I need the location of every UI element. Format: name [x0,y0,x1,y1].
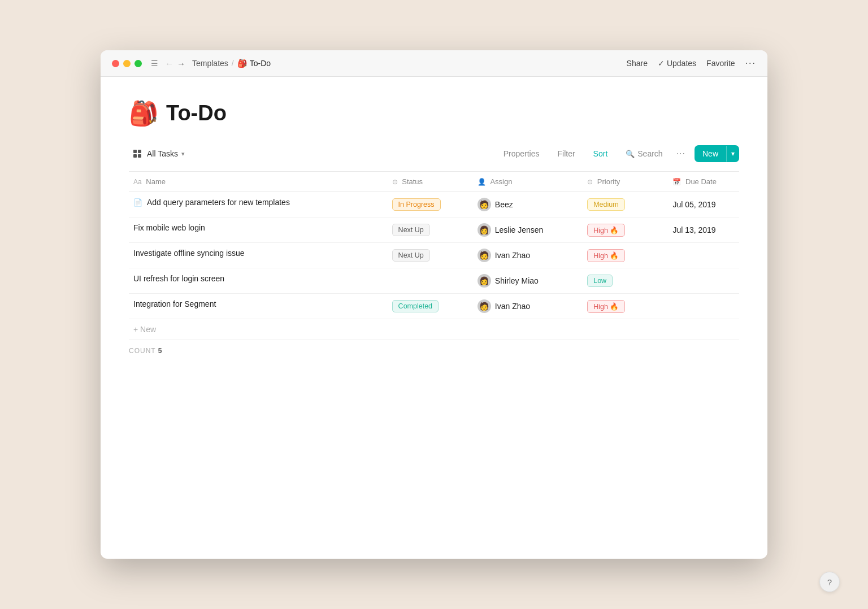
back-arrow-icon[interactable]: ← [165,59,173,68]
status-badge: In Progress [392,198,441,211]
task-assign-cell[interactable]: 🧑Ivan Zhao [471,294,580,319]
status-col-icon: ⊙ [392,178,398,186]
assignee-name: Shirley Miao [495,276,539,285]
forward-arrow-icon[interactable]: → [177,59,185,68]
count-value: 5 [158,347,163,355]
task-name-cell[interactable]: UI refresh for login screen [129,268,385,289]
search-label: Search [637,149,662,158]
priority-col-icon: ⊙ [587,178,593,186]
task-name: Integration for Segment [133,299,216,308]
avatar: 👩 [478,223,491,237]
status-badge: Completed [392,300,439,312]
assign-col-icon: 👤 [478,178,486,186]
updates-button[interactable]: ✓ Updates [658,59,696,68]
task-assign-cell[interactable]: 👩Leslie Jensen [471,218,580,243]
toolbar-right: Properties Filter Sort 🔍 Search ··· New … [499,145,739,162]
task-name: UI refresh for login screen [133,274,224,283]
minimize-button[interactable] [123,60,131,67]
new-button[interactable]: New ▾ [695,145,739,162]
task-name-cell[interactable]: Investigate offline syncing issue [129,243,385,263]
assignee: 🧑Beez [478,198,574,211]
task-name-cell[interactable]: 📄Add query parameters for new templates [129,192,385,212]
properties-button[interactable]: Properties [499,146,544,161]
task-priority-cell[interactable]: High 🔥 [580,218,666,243]
dropdown-icon: ▾ [181,150,185,158]
status-badge: Next Up [392,249,430,262]
task-assign-cell[interactable]: 👩Shirley Miao [471,268,580,294]
priority-badge: High 🔥 [587,300,625,313]
assignee-name: Ivan Zhao [495,251,530,260]
app-window: ☰ ← → Templates / 🎒 To-Do Share ✓ Update… [101,50,767,559]
duedate-col-icon: 📅 [672,178,681,186]
traffic-lights [112,60,142,67]
task-name: Investigate offline syncing issue [133,249,245,258]
table-row[interactable]: Investigate offline syncing issueNext Up… [129,243,739,268]
table-row[interactable]: Fix mobile web loginNext Up👩Leslie Jense… [129,218,739,243]
toolbar-more-button[interactable]: ··· [676,149,685,159]
task-name: Add query parameters for new templates [147,198,290,207]
col-header-status: ⊙ Status [385,172,471,192]
assignee: 🧑Ivan Zhao [478,299,574,313]
task-assign-cell[interactable]: 🧑Ivan Zhao [471,243,580,268]
avatar: 🧑 [478,198,491,211]
assignee: 🧑Ivan Zhao [478,249,574,262]
close-button[interactable] [112,60,119,67]
task-status-cell[interactable]: Next Up [385,243,471,268]
page-title: To-Do [166,101,227,125]
titlebar: ☰ ← → Templates / 🎒 To-Do Share ✓ Update… [101,50,767,77]
checkmark-icon: ✓ [658,59,665,68]
toolbar: All Tasks ▾ Properties Filter Sort 🔍 Sea… [129,145,739,162]
all-tasks-button[interactable]: All Tasks ▾ [129,146,189,162]
page-header: 🎒 To-Do [129,99,739,127]
task-priority-cell[interactable]: High 🔥 [580,243,666,268]
task-duedate-cell[interactable] [666,268,739,294]
tasks-table: Aa Name ⊙ Status 👤 Assign ⊙ Priority [129,171,739,340]
sort-button[interactable]: Sort [589,146,613,161]
updates-label: Updates [667,59,696,68]
task-name: Fix mobile web login [133,223,205,232]
help-area: ? [101,538,767,559]
filter-button[interactable]: Filter [553,146,579,161]
table-row[interactable]: Integration for SegmentCompleted🧑Ivan Zh… [129,294,739,319]
more-options-button[interactable]: ··· [745,58,756,68]
breadcrumb-emoji: 🎒 [237,59,247,68]
task-status-cell[interactable]: Completed [385,294,471,319]
search-button[interactable]: 🔍 Search [621,146,667,161]
task-duedate-cell[interactable]: Jul 05, 2019 [666,192,739,218]
breadcrumb-current: 🎒 To-Do [237,59,271,68]
favorite-button[interactable]: Favorite [706,59,735,68]
task-priority-cell[interactable]: Medium [580,192,666,218]
col-header-priority: ⊙ Priority [580,172,666,192]
new-task-row[interactable]: + New [129,319,739,340]
avatar: 👩 [478,274,491,288]
maximize-button[interactable] [134,60,142,67]
menu-icon[interactable]: ☰ [151,59,158,68]
task-duedate-cell[interactable]: Jul 13, 2019 [666,218,739,243]
task-name-cell[interactable]: Integration for Segment [129,294,385,314]
task-priority-cell[interactable]: High 🔥 [580,294,666,319]
task-status-cell[interactable] [385,268,471,294]
assignee-name: Leslie Jensen [495,225,544,234]
page-content: 🎒 To-Do All Tasks ▾ Properties Filter So… [101,77,767,538]
task-assign-cell[interactable]: 🧑Beez [471,192,580,218]
breadcrumb-parent[interactable]: Templates [192,59,228,68]
assignee: 👩Shirley Miao [478,274,574,288]
new-task-label[interactable]: + New [129,319,385,340]
table-row[interactable]: UI refresh for login screen👩Shirley Miao… [129,268,739,294]
new-button-dropdown[interactable]: ▾ [726,146,739,162]
avatar: 🧑 [478,249,491,262]
status-col-label: Status [402,177,423,186]
priority-badge: High 🔥 [587,249,625,262]
table-header-row: Aa Name ⊙ Status 👤 Assign ⊙ Priority [129,172,739,192]
priority-col-label: Priority [597,177,620,186]
task-duedate-cell[interactable] [666,294,739,319]
task-priority-cell[interactable]: Low [580,268,666,294]
col-header-assign: 👤 Assign [471,172,580,192]
task-status-cell[interactable]: Next Up [385,218,471,243]
share-button[interactable]: Share [627,59,648,68]
table-row[interactable]: 📄Add query parameters for new templatesI… [129,192,739,218]
task-name-cell[interactable]: Fix mobile web login [129,218,385,238]
task-status-cell[interactable]: In Progress [385,192,471,218]
breadcrumb-title: To-Do [250,59,271,68]
task-duedate-cell[interactable] [666,243,739,268]
